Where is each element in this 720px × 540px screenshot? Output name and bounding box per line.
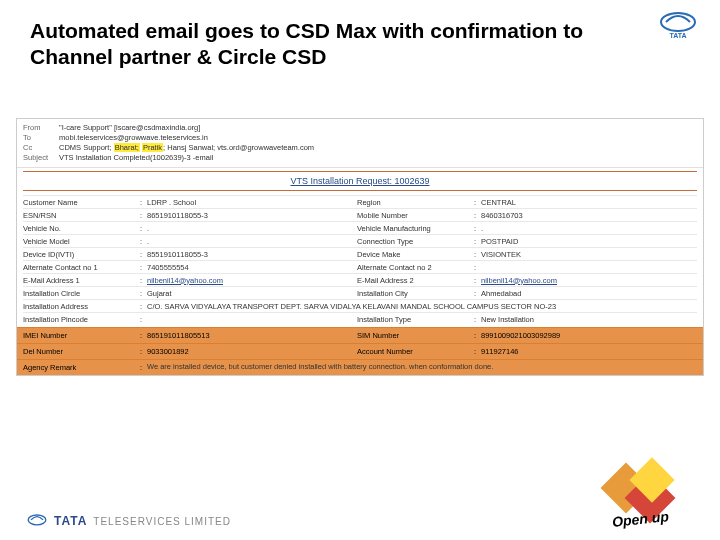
data-row: Installation Address:C/O. SARVA VIDYALAY… (23, 299, 697, 312)
data-row: Installation Circle:GujaratInstallation … (23, 286, 697, 299)
data-row: E-Mail Address 1:nilbenil14@yahoo.comE-M… (23, 273, 697, 286)
cc-highlight-1: Bharat; (114, 143, 140, 152)
footer-tata: TATA (54, 514, 87, 528)
data-row: Customer Name:LDRP . SchoolRegion:CENTRA… (23, 195, 697, 208)
request-title: VTS Installation Request: 1002639 (17, 176, 703, 186)
footer-brand: TATA TELESERVICES LIMITED (26, 512, 231, 530)
data-row: Device ID(IVTI):8551910118055-3Device Ma… (23, 247, 697, 260)
svg-text:TATA: TATA (669, 32, 686, 39)
open-up-logo: Open up (586, 462, 696, 532)
data-row: Vehicle Model:.Connection Type:POSTPAID (23, 234, 697, 247)
data-row: Vehicle No.:.Vehicle Manufacturing:. (23, 221, 697, 234)
divider (23, 190, 697, 191)
data-row: ESN/RSN:8651910118055-3Mobile Number:846… (23, 208, 697, 221)
data-grid: Customer Name:LDRP . SchoolRegion:CENTRA… (17, 195, 703, 327)
to-label: To (23, 133, 59, 142)
to-value: mobi.teleservices@growwave.teleservices.… (59, 133, 697, 142)
cc-value: CDMS Support; Bharat; Pratik; Hansj Sanw… (59, 143, 697, 152)
footer-teleservices: TELESERVICES LIMITED (93, 516, 231, 527)
tata-logo: TATA (658, 12, 698, 40)
orange-row: IMEI Number:865191011805513SIM Number:89… (17, 327, 703, 343)
cc-label: Cc (23, 143, 59, 152)
from-value: "I-care Support" [iscare@csdmaxindia.org… (59, 123, 697, 132)
slide-title: Automated email goes to CSD Max with con… (30, 18, 590, 71)
svg-text:Open up: Open up (611, 508, 670, 530)
from-label: From (23, 123, 59, 132)
orange-row: Agency Remark:We are installed device, b… (17, 359, 703, 375)
divider (23, 171, 697, 172)
subject-value: VTS Installation Completed(1002639)-3 -e… (59, 153, 697, 162)
data-row: Installation Pincode:Installation Type:N… (23, 312, 697, 325)
email-content: From"I-care Support" [iscare@csdmaxindia… (16, 118, 704, 376)
cc-highlight-2: Pratik (142, 143, 163, 152)
orange-row: Del Number:9033001892Account Number:9119… (17, 343, 703, 359)
data-row: Alternate Contact no 1:7405555554Alterna… (23, 260, 697, 273)
email-header: From"I-care Support" [iscare@csdmaxindia… (17, 119, 703, 168)
orange-band: IMEI Number:865191011805513SIM Number:89… (17, 327, 703, 375)
subject-label: Subject (23, 153, 59, 162)
